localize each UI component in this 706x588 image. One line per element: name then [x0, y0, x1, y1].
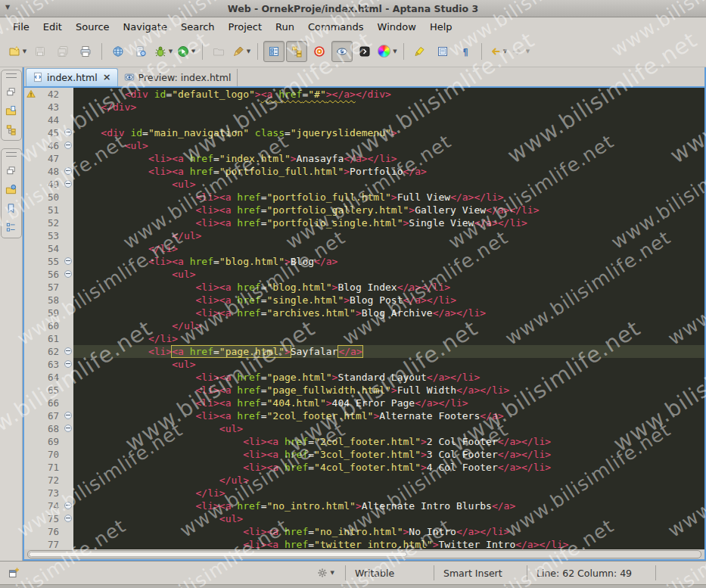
- code-text[interactable]: <li><a href="portfolio_single.html">Sing…: [73, 216, 704, 229]
- drag-handle[interactable]: [6, 73, 17, 78]
- fold-collapse-icon[interactable]: [64, 412, 72, 419]
- code-text[interactable]: </ul>: [73, 474, 704, 487]
- menu-edit[interactable]: Edit: [36, 19, 69, 35]
- scrollbar-thumb[interactable]: [29, 552, 407, 557]
- gear-icon[interactable]: [316, 567, 328, 579]
- search-doc-button[interactable]: [130, 41, 151, 62]
- code-text[interactable]: <li><a href="2col_footer.html">2 Col Foo…: [73, 435, 704, 448]
- code-text[interactable]: </li>: [73, 242, 704, 255]
- menu-file[interactable]: File: [6, 19, 36, 35]
- bookmarks-view-button[interactable]: [5, 202, 18, 214]
- code-text[interactable]: <li><a href="no_intro.html">No Intro</a>…: [73, 525, 704, 538]
- code-text[interactable]: <li><a href="archives.html">Blog Archive…: [73, 306, 704, 319]
- code-text[interactable]: <li><a href="page.html">Sayfalar</a>: [73, 345, 704, 358]
- save-all-button[interactable]: [52, 41, 73, 62]
- menu-commands[interactable]: Commands: [301, 19, 371, 35]
- connections-view-button[interactable]: [5, 123, 18, 135]
- code-text[interactable]: <ul>: [73, 268, 704, 281]
- app-explorer-view-button[interactable]: [5, 104, 18, 117]
- code-text[interactable]: <ul>: [73, 178, 704, 191]
- tab-preview-index-html[interactable]: Preview: index.html: [118, 69, 238, 86]
- gear-dropdown-icon[interactable]: ▼: [331, 570, 334, 576]
- code-text[interactable]: <div id="main_navigation" class="jquerys…: [73, 126, 704, 139]
- fold-collapse-icon[interactable]: [64, 515, 72, 522]
- dropdown-arrow-icon[interactable]: ▼: [526, 48, 530, 54]
- toggle-views-button[interactable]: [263, 41, 285, 62]
- fast-view-icon[interactable]: [8, 567, 20, 579]
- back-button[interactable]: ▼: [487, 41, 509, 62]
- dropdown-arrow-icon[interactable]: ▼: [191, 48, 195, 54]
- dropdown-arrow-icon[interactable]: ▼: [393, 48, 397, 54]
- code-text[interactable]: <li><a href="blog.html">Blog Index</a></…: [73, 281, 704, 294]
- dropdown-arrow-icon[interactable]: ▼: [169, 48, 173, 54]
- menu-source[interactable]: Source: [69, 19, 117, 35]
- run-button[interactable]: ▼: [176, 41, 197, 62]
- home-button[interactable]: [309, 41, 330, 62]
- code-text[interactable]: </ul>: [73, 319, 704, 332]
- fold-collapse-icon[interactable]: [64, 425, 72, 432]
- color-wheel-button[interactable]: ▼: [377, 41, 398, 62]
- restore-view-button[interactable]: [5, 86, 18, 98]
- save-button[interactable]: [30, 41, 51, 62]
- code-text[interactable]: <li><a href="2col_footer.html">Alternate…: [73, 409, 704, 422]
- brush-button[interactable]: ▼: [231, 41, 252, 62]
- code-text[interactable]: <li><a href="portfolio_gallery.html">Gal…: [73, 204, 704, 216]
- web-browser-button[interactable]: [107, 41, 129, 62]
- dropdown-arrow-icon[interactable]: ▼: [247, 48, 250, 54]
- code-editor[interactable]: 42 <div id="default_logo"><a href="#"></…: [24, 88, 704, 549]
- fold-collapse-icon[interactable]: [64, 257, 72, 265]
- menu-navigate[interactable]: Navigate: [117, 19, 174, 35]
- pilcrow-button[interactable]: ¶: [455, 41, 476, 62]
- menu-help[interactable]: Help: [423, 19, 459, 35]
- code-text[interactable]: <ul>: [73, 358, 704, 371]
- horizontal-scrollbar[interactable]: [24, 549, 704, 559]
- window-menu-icon[interactable]: ▼: [5, 4, 10, 11]
- close-tab-icon[interactable]: ×: [103, 73, 111, 81]
- scrollbar-track[interactable]: [27, 550, 701, 558]
- overflow-button[interactable]: [354, 41, 375, 62]
- dropdown-arrow-icon[interactable]: ▼: [23, 48, 26, 54]
- forward-button[interactable]: ▼: [510, 41, 531, 62]
- code-text[interactable]: <ul>: [73, 512, 704, 525]
- outline-view-button[interactable]: [5, 221, 18, 233]
- code-text[interactable]: <li><a href="no_intro.html">Alternate In…: [73, 499, 704, 512]
- code-text[interactable]: [73, 114, 704, 126]
- highlighter-button[interactable]: [409, 41, 431, 62]
- print-button[interactable]: [75, 41, 96, 62]
- code-text[interactable]: <li><a href="portfolio_full.html">Full V…: [73, 191, 704, 204]
- drag-handle[interactable]: [6, 152, 17, 157]
- code-text[interactable]: </li>: [73, 332, 704, 345]
- menu-project[interactable]: Project: [222, 19, 269, 35]
- code-text[interactable]: <li><a href="4col_footer.html">4 Col Foo…: [73, 461, 704, 474]
- fold-collapse-icon[interactable]: [64, 167, 72, 175]
- fold-collapse-icon[interactable]: [64, 270, 72, 278]
- fold-collapse-icon[interactable]: [64, 129, 72, 136]
- new-wizard-button[interactable]: ▼: [7, 41, 28, 62]
- debug-button[interactable]: ▼: [153, 41, 174, 62]
- code-text[interactable]: <li><a href="twitter_intro.html">Twitter…: [73, 538, 704, 549]
- code-text[interactable]: <ul>: [73, 139, 704, 152]
- fold-collapse-icon[interactable]: [64, 142, 72, 149]
- code-text[interactable]: <li><a href="404.html">404 Error Page</a…: [73, 397, 704, 409]
- code-text[interactable]: <li><a href="page_fullwidth.html">Full W…: [73, 384, 704, 397]
- code-text[interactable]: <div id="default_logo"><a href="#"></a><…: [73, 88, 704, 101]
- outline-doc-button[interactable]: [432, 41, 453, 62]
- dropdown-arrow-icon[interactable]: ▼: [503, 48, 507, 54]
- code-text[interactable]: <li><a href="index.html">Anasayfa</a></l…: [73, 152, 704, 165]
- web-search-view-button[interactable]: [5, 183, 18, 195]
- preview-toggle-button[interactable]: [331, 41, 353, 62]
- fold-collapse-icon[interactable]: [64, 347, 72, 355]
- code-text[interactable]: <li><a href="portfolio_full.html">Portfo…: [73, 165, 704, 178]
- code-text[interactable]: </ul>: [73, 229, 704, 242]
- toggle-tree-button[interactable]: [286, 41, 307, 62]
- code-text[interactable]: </div>: [73, 101, 704, 114]
- open-folder-button[interactable]: [208, 41, 229, 62]
- menu-window[interactable]: Window: [371, 19, 423, 35]
- menu-search[interactable]: Search: [174, 19, 222, 35]
- tab-index-html[interactable]: index.html×: [26, 68, 118, 86]
- fold-collapse-icon[interactable]: [64, 502, 72, 509]
- restore-view-button-2[interactable]: [5, 164, 18, 176]
- code-text[interactable]: <li><a href="blog.html">Blog</a>: [73, 255, 704, 268]
- code-text[interactable]: <li><a href="page.html">Standard Layout<…: [73, 371, 704, 384]
- menu-run[interactable]: Run: [269, 19, 301, 35]
